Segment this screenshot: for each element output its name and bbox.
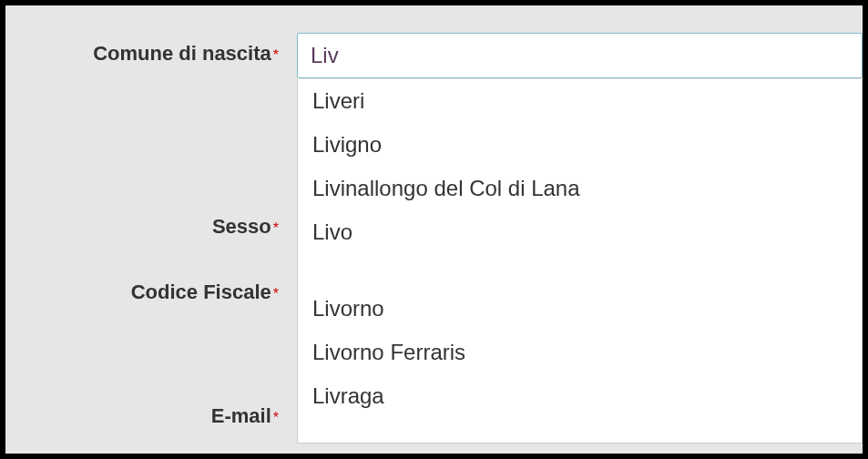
dropdown-item[interactable]: Livinallongo del Col di Lana — [298, 167, 862, 210]
required-marker: * — [273, 47, 279, 63]
label-col: Comune di nascita* — [5, 33, 297, 66]
form-container: Comune di nascita* Liveri Livigno Livina… — [5, 5, 863, 454]
label-col: Sesso* — [5, 206, 297, 239]
autocomplete-dropdown: Liveri Livigno Livinallongo del Col di L… — [297, 79, 863, 444]
required-marker: * — [273, 220, 279, 236]
required-marker: * — [273, 286, 279, 301]
email-label: E-mail — [211, 404, 271, 427]
dropdown-item[interactable]: Livorno Ferraris — [298, 331, 862, 374]
row-comune-nascita: Comune di nascita* Liveri Livigno Livina… — [5, 33, 863, 78]
dropdown-item[interactable]: Livraga — [298, 374, 862, 418]
sesso-label: Sesso — [212, 215, 271, 238]
codice-fiscale-label: Codice Fiscale — [131, 280, 271, 303]
dropdown-item[interactable]: Livigno — [298, 123, 862, 167]
comune-nascita-label: Comune di nascita — [93, 42, 271, 65]
label-col: Codice Fiscale* — [5, 271, 297, 304]
dropdown-item[interactable]: Livo — [298, 210, 862, 254]
dropdown-item[interactable]: Liveri — [298, 79, 862, 123]
label-col: E-mail* — [5, 395, 297, 428]
dropdown-item[interactable]: Livorno — [298, 287, 862, 331]
required-marker: * — [273, 410, 279, 425]
comune-nascita-input[interactable] — [297, 33, 863, 78]
input-col: Liveri Livigno Livinallongo del Col di L… — [297, 33, 863, 78]
